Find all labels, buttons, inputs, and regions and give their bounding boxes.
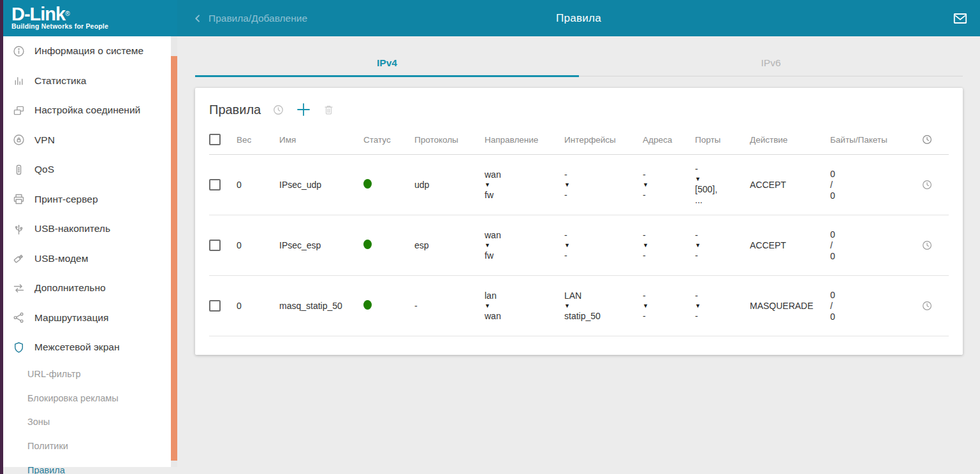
cell-weight: 0 xyxy=(237,215,279,276)
header-bar: Правила/Добавление Правила xyxy=(177,0,980,36)
tab-ipv4[interactable]: IPv4 xyxy=(195,51,579,76)
dlink-logo: D-Link® Building Networks for People xyxy=(0,0,177,36)
sidebar-subitem[interactable]: Политики xyxy=(0,434,171,458)
cell-action: ACCEPT xyxy=(750,215,830,276)
column-header: Адреса xyxy=(643,126,695,155)
usb-modem-icon xyxy=(11,252,26,266)
sidebar-item-label: VPN xyxy=(34,134,55,146)
logo-tagline: Building Networks for People xyxy=(11,22,177,30)
sidebar-item-label: Настройка соединений xyxy=(34,104,140,116)
sidebar-item-usb-modem[interactable]: USB-модем xyxy=(0,244,171,274)
cell-protocols: - xyxy=(414,276,485,336)
sidebar-subitem[interactable]: URL-фильтр xyxy=(0,363,171,387)
breadcrumb-label: Правила/Добавление xyxy=(208,13,307,24)
sidebar-subitem-label: Политики xyxy=(27,441,68,451)
rules-table: ВесИмяСтатусПротоколыНаправлениеИнтерфей… xyxy=(209,126,949,336)
sidebar-item-shield[interactable]: Межсетевой экран xyxy=(0,333,171,363)
cell-action: MASQUERADE xyxy=(750,276,830,336)
cell-interfaces: -▼- xyxy=(564,155,643,215)
sidebar-subitem[interactable]: Правила xyxy=(0,458,171,474)
cell-addresses: -▼- xyxy=(643,155,695,215)
mail-icon[interactable] xyxy=(952,0,969,36)
sidebar-item-qos[interactable]: QoS xyxy=(0,155,171,185)
delete-rule-button[interactable] xyxy=(323,104,335,116)
cell-ports: -▼[500],... xyxy=(695,155,750,215)
sidebar-item-usb[interactable]: USB-накопитель xyxy=(0,214,171,244)
add-rule-button[interactable] xyxy=(296,102,311,117)
row-checkbox[interactable] xyxy=(209,300,221,312)
sidebar-item-label: Дополнительно xyxy=(34,282,106,294)
row-checkbox[interactable] xyxy=(209,179,221,190)
sidebar-item-stats[interactable]: Статистика xyxy=(0,66,171,96)
stats-icon xyxy=(11,74,26,88)
top-header: D-Link® Building Networks for People Пра… xyxy=(0,0,980,36)
cell-bytes-packets: 0/0 xyxy=(830,215,921,276)
clock-icon xyxy=(921,134,949,145)
row-checkbox[interactable] xyxy=(209,240,221,251)
cell-direction: wan▼fw xyxy=(485,215,564,276)
column-header: Вес xyxy=(237,126,279,155)
cell-name: IPsec_esp xyxy=(279,215,363,276)
info-icon xyxy=(11,44,26,58)
sidebar-item-connections[interactable]: Настройка соединений xyxy=(0,96,171,126)
header-checkbox-cell xyxy=(209,126,237,155)
advanced-icon xyxy=(11,281,26,295)
column-header: Статус xyxy=(363,126,414,155)
column-header: Действие xyxy=(750,126,830,155)
sidebar-subitem-label: Зоны xyxy=(27,417,50,427)
tab-ipv6[interactable]: IPv6 xyxy=(579,51,963,76)
column-header: Интерфейсы xyxy=(564,126,643,155)
sidebar-item-vpn[interactable]: VPN xyxy=(0,126,171,155)
status-enabled-dot xyxy=(363,179,372,189)
cell-weight: 0 xyxy=(237,276,279,336)
cell-ports: -▼- xyxy=(695,215,750,276)
cell-ports: -▼- xyxy=(695,276,750,336)
schedule-icon[interactable] xyxy=(272,104,284,116)
cell-protocols: udp xyxy=(414,155,485,215)
header-schedule-column xyxy=(921,126,949,155)
sidebar: Информация о системеСтатистикаНастройка … xyxy=(0,36,171,467)
sidebar-item-label: QoS xyxy=(34,164,54,175)
sidebar-item-routing[interactable]: Маршрутизация xyxy=(0,303,171,333)
cell-protocols: esp xyxy=(414,215,485,276)
cell-direction: wan▼fw xyxy=(485,155,564,215)
cell-action: ACCEPT xyxy=(750,155,830,215)
column-header: Байты/Пакеты xyxy=(830,126,921,155)
cell-bytes-packets: 0/0 xyxy=(830,155,921,215)
sidebar-scrollbar-thumb[interactable] xyxy=(171,56,177,461)
vpn-icon xyxy=(11,133,26,147)
sidebar-item-label: Принт-сервер xyxy=(34,194,98,205)
main-content: IPv4 IPv6 Правила xyxy=(177,36,980,474)
cell-schedule xyxy=(921,276,949,336)
sidebar-item-advanced[interactable]: Дополнительно xyxy=(0,273,171,303)
table-header-row: ВесИмяСтатусПротоколыНаправлениеИнтерфей… xyxy=(209,126,949,155)
logo-wordmark: D-Link® xyxy=(11,4,177,24)
cell-status xyxy=(363,276,414,336)
breadcrumb[interactable]: Правила/Добавление xyxy=(193,0,307,36)
sidebar-item-info[interactable]: Информация о системе xyxy=(0,36,171,66)
select-all-checkbox[interactable] xyxy=(209,134,221,145)
sidebar-item-printer[interactable]: Принт-сервер xyxy=(0,185,171,215)
cell-interfaces: LAN▼statip_50 xyxy=(564,276,643,336)
sidebar-subitem[interactable]: Зоны xyxy=(0,410,171,434)
routing-icon xyxy=(11,311,26,325)
sidebar-subitem[interactable]: Блокировка рекламы xyxy=(0,386,171,410)
sidebar-scrollbar[interactable] xyxy=(171,36,177,467)
sidebar-item-label: Статистика xyxy=(34,75,86,87)
cell-addresses: -▼- xyxy=(643,276,695,336)
shield-icon xyxy=(11,340,26,354)
cell-select xyxy=(209,276,237,336)
row-clock-icon[interactable] xyxy=(921,240,949,251)
row-clock-icon[interactable] xyxy=(921,300,949,312)
rules-card: Правила ВесИмяСтатусПротоколыНаправлени xyxy=(195,88,963,355)
cell-status xyxy=(363,155,414,215)
connections-icon xyxy=(11,103,26,117)
cell-name: masq_statip_50 xyxy=(279,276,363,336)
table-row: 0IPsec_udpudpwan▼fw-▼--▼--▼[500],...ACCE… xyxy=(209,155,949,215)
sidebar-nav: Информация о системеСтатистикаНастройка … xyxy=(0,36,171,474)
sidebar-item-label: Информация о системе xyxy=(34,45,143,57)
cell-interfaces: -▼- xyxy=(564,215,643,276)
row-clock-icon[interactable] xyxy=(921,179,949,190)
table-row: 0masq_statip_50-lan▼wanLAN▼statip_50-▼--… xyxy=(209,276,949,336)
sidebar-item-label: USB-модем xyxy=(34,253,88,264)
